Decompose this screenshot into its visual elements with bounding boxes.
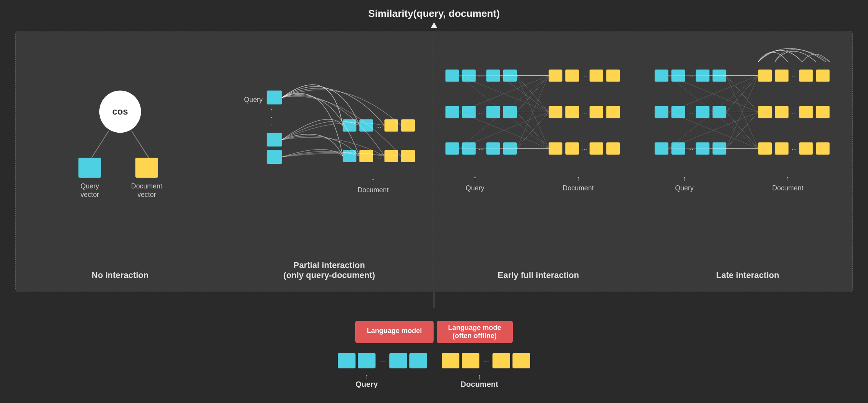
svg-rect-42	[486, 142, 500, 155]
svg-line-64	[517, 112, 549, 148]
svg-line-130	[668, 76, 758, 112]
section-late-interaction: ... ... ... ... ...	[643, 31, 853, 292]
svg-rect-91	[671, 106, 685, 118]
similarity-label: Similarity(query, document)	[368, 8, 500, 20]
svg-rect-90	[654, 106, 668, 118]
svg-rect-4	[78, 158, 101, 178]
svg-rect-34	[446, 106, 459, 118]
svg-text:cos: cos	[112, 106, 128, 117]
section-label-no-interaction: No interaction	[92, 270, 149, 280]
svg-text:↑: ↑	[683, 175, 686, 182]
svg-rect-114	[816, 142, 830, 155]
svg-text:...: ...	[582, 145, 587, 151]
svg-text:...: ...	[582, 72, 587, 78]
svg-line-122	[726, 112, 758, 148]
bottom-tokens-row: ... ... ↑ Query ↑ Document	[299, 349, 569, 388]
svg-rect-93	[696, 106, 709, 118]
svg-rect-148	[492, 353, 510, 368]
svg-rect-110	[758, 142, 772, 155]
svg-rect-30	[462, 70, 476, 82]
bottom-tokens-svg: ... ... ↑ Query ↑ Document	[299, 349, 569, 388]
svg-rect-89	[712, 70, 726, 82]
svg-text:Document: Document	[131, 182, 162, 190]
svg-text:...: ...	[479, 145, 484, 151]
svg-rect-111	[775, 142, 788, 155]
section-label-partial: Partial interaction (only query-document…	[284, 260, 375, 280]
svg-rect-47	[589, 70, 603, 82]
svg-text:Document: Document	[772, 184, 803, 192]
svg-rect-29	[446, 70, 459, 82]
svg-text:Document: Document	[461, 380, 498, 388]
svg-line-129	[668, 76, 758, 148]
bottom-section: Language model Language mode (often offl…	[299, 321, 569, 388]
no-interaction-svg: cos Query vector Document vector	[16, 31, 225, 292]
partial-interaction-svg: Query → · · · ... ...	[225, 31, 434, 292]
svg-rect-149	[512, 353, 530, 368]
svg-rect-85	[654, 70, 668, 82]
svg-rect-58	[606, 142, 620, 155]
svg-rect-101	[775, 70, 788, 82]
svg-rect-22	[342, 150, 356, 162]
svg-text:vector: vector	[80, 191, 99, 198]
svg-rect-141	[358, 353, 376, 368]
late-interaction-svg: ... ... ... ... ...	[643, 31, 853, 292]
svg-text:...: ...	[376, 122, 381, 129]
svg-rect-88	[696, 70, 709, 82]
svg-rect-33	[503, 70, 517, 82]
svg-text:Document: Document	[357, 186, 389, 194]
svg-text:...: ...	[688, 108, 693, 115]
svg-rect-52	[589, 106, 603, 118]
svg-rect-103	[799, 70, 813, 82]
svg-line-120	[726, 112, 758, 148]
section-partial-interaction: Query → · · · ... ...	[225, 31, 434, 292]
svg-rect-32	[486, 70, 500, 82]
svg-text:...: ...	[380, 356, 386, 364]
main-container: cos Query vector Document vector No inte…	[15, 31, 853, 292]
svg-line-61	[517, 76, 549, 148]
svg-text:·: ·	[270, 122, 272, 128]
svg-rect-48	[606, 70, 620, 82]
svg-rect-100	[758, 70, 772, 82]
svg-text:...: ...	[479, 108, 484, 115]
svg-rect-145	[442, 353, 459, 368]
svg-rect-113	[799, 142, 813, 155]
svg-rect-99	[712, 142, 726, 155]
svg-rect-40	[462, 142, 476, 155]
section-label-early-full: Early full interaction	[498, 270, 579, 280]
svg-rect-144	[409, 353, 427, 368]
svg-rect-143	[389, 353, 407, 368]
svg-rect-106	[775, 106, 788, 118]
svg-line-121	[726, 76, 758, 148]
svg-text:Query: Query	[466, 184, 484, 192]
svg-text:...: ...	[688, 145, 693, 151]
svg-text:vector: vector	[137, 191, 156, 198]
lm-boxes-container: Language model Language mode (often offl…	[355, 321, 512, 343]
svg-rect-140	[338, 353, 356, 368]
svg-rect-105	[758, 106, 772, 118]
connector-line	[434, 292, 434, 308]
svg-text:...: ...	[582, 108, 587, 115]
svg-text:·: ·	[270, 106, 272, 113]
svg-text:...: ...	[688, 72, 693, 78]
svg-text:↑: ↑	[576, 175, 580, 182]
svg-text:Query →: Query →	[244, 96, 271, 103]
svg-rect-26	[401, 150, 415, 162]
svg-rect-108	[799, 106, 813, 118]
svg-rect-35	[462, 106, 476, 118]
svg-line-77	[459, 112, 549, 148]
svg-line-62	[517, 76, 549, 112]
svg-text:...: ...	[376, 153, 381, 160]
svg-rect-96	[671, 142, 685, 155]
svg-rect-49	[549, 106, 563, 118]
svg-rect-44	[549, 70, 563, 82]
svg-rect-20	[384, 119, 398, 132]
svg-line-75	[459, 76, 549, 112]
svg-rect-25	[384, 150, 398, 162]
svg-text:↑: ↑	[786, 175, 790, 182]
svg-text:...: ...	[791, 72, 796, 78]
svg-rect-50	[565, 106, 579, 118]
lm-offline-box: Language mode (often offline)	[437, 321, 513, 343]
svg-rect-23	[359, 150, 373, 162]
svg-rect-57	[589, 142, 603, 155]
svg-line-78	[459, 76, 549, 148]
